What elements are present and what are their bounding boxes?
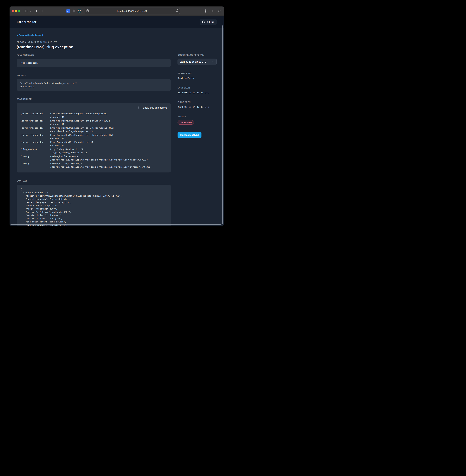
address-bar[interactable]: localhost:4000/dev/errors/1 — [85, 8, 180, 14]
stack-frame-location: /Users/crbelaus/Developer/error-tracker/… — [50, 165, 167, 169]
status-label: STATUS — [177, 115, 217, 118]
shield-extension-icon[interactable] — [72, 9, 75, 13]
stack-frame-app: (error_tracker_dev) — [21, 119, 48, 122]
stacktrace-section: STACKTRACE Show only app frames (error_t… — [17, 98, 171, 172]
stack-frame-function: ErrorTrackerDevWeb.Endpoint.maybe_except… — [50, 112, 167, 115]
mark-as-resolved-button[interactable]: Mark as resolved — [177, 132, 201, 138]
stack-frame-location: deps/plug/lib/plug/debugger.ex.136 — [50, 130, 167, 133]
stacktrace-card: Show only app frames (error_tracker_dev)… — [17, 103, 171, 172]
stack-frame-function: ErrorTrackerDevWeb.Endpoint.call (overri… — [50, 126, 167, 130]
stack-frame-function: ErrorTrackerDevWeb.Endpoint.call/2 — [50, 141, 167, 144]
first-seen-group: FIRST SEEN 2024-08-12 14:47:13 UTC — [177, 101, 217, 108]
reader-icon[interactable] — [86, 9, 89, 13]
stack-frame-function: Plug.Cowboy.Handler.init/2 — [50, 148, 167, 151]
stacktrace-label: STACKTRACE — [17, 98, 171, 100]
stack-frame-location: /Users/crbelaus/Developer/error-tracker/… — [50, 158, 167, 161]
full-message-label: FULL MESSAGE — [17, 54, 171, 56]
stack-frame-location: dev.exs.117 — [50, 137, 167, 140]
stack-frame-function: cowboy_stream_h.execute/3 — [50, 162, 167, 165]
first-seen-label: FIRST SEEN — [177, 101, 217, 103]
occurrence-label: OCCURRENCE (2 TOTAL) — [177, 54, 217, 56]
context-section: CONTEXT { "request.headers": { "accept":… — [17, 179, 171, 226]
github-icon — [202, 21, 205, 24]
source-location: dev.exs:141 — [20, 85, 167, 88]
first-seen-value: 2024-08-12 14:47:13 UTC — [177, 106, 217, 108]
stack-frame: (plug_cowboy) Plug.Cowboy.Handler.init/2… — [21, 148, 167, 154]
stack-frame-app: (error_tracker_dev) — [21, 133, 48, 137]
forward-icon[interactable] — [41, 9, 44, 13]
stack-frame-app: (error_tracker_dev) — [21, 141, 48, 144]
reload-icon[interactable] — [176, 9, 178, 13]
error-summary-sidebar: OCCURRENCE (2 TOTAL) 2024-08-12 15:20:13… — [177, 54, 217, 138]
stack-frame-location: dev.exs.117 — [50, 122, 167, 126]
source-label: SOURCE — [17, 74, 171, 77]
last-seen-label: LAST SEEN — [177, 87, 217, 89]
source-section: SOURCE ErrorTrackerDevWeb.Endpoint.maybe… — [17, 74, 171, 91]
stack-frame-app: (cowboy) — [21, 162, 48, 165]
github-button-label: GitHub — [207, 21, 214, 23]
full-message-value: Plug exception — [17, 59, 171, 67]
stack-frame: (cowboy) cowboy_handler.execute/2 /Users… — [21, 155, 167, 161]
stack-frame-location: lib/plug/cowboy/handler.ex.11 — [50, 151, 167, 154]
error-kind-label: ERROR KIND — [177, 72, 217, 75]
stack-frame-location: dev.exs.117 — [50, 144, 167, 147]
stack-frame: (error_tracker_dev) ErrorTrackerDevWeb.E… — [21, 141, 167, 147]
app-title: ErrorTracker — [17, 20, 36, 24]
context-code: { "request.headers": { "accept": "text/h… — [21, 188, 167, 226]
chevron-down-icon[interactable] — [29, 10, 32, 12]
bitwarden-extension-icon[interactable] — [66, 9, 70, 13]
main-content: « Back to the dashboard ERROR #1 @ 2024-… — [10, 28, 224, 226]
app-header: ErrorTracker GitHub — [10, 16, 224, 28]
chevron-down-icon — [212, 61, 214, 62]
stack-frame-app: (cowboy) — [21, 155, 48, 158]
stack-frame-function: cowboy_handler.execute/2 — [50, 155, 167, 158]
new-tab-icon[interactable] — [211, 9, 215, 13]
browser-window: localhost:4000/dev/errors/1 ErrorTracker — [10, 6, 224, 226]
error-details-column: FULL MESSAGE Plug exception SOURCE Error… — [17, 54, 171, 226]
full-message-section: FULL MESSAGE Plug exception — [17, 54, 171, 67]
context-card: { "request.headers": { "accept": "text/h… — [17, 185, 171, 226]
back-icon[interactable] — [35, 9, 38, 13]
minimize-window-button[interactable] — [15, 10, 17, 12]
zoom-window-button[interactable] — [18, 10, 20, 12]
tab-overview-icon[interactable] — [218, 9, 221, 13]
occurrence-selected-value: 2024-08-12 15:20:13 UTC — [180, 60, 206, 63]
stacktrace-filter: Show only app frames — [21, 106, 167, 109]
stack-frame-location: dev.exs.141 — [50, 115, 167, 119]
occurrence-select[interactable]: 2024-08-12 15:20:13 UTC — [177, 59, 217, 65]
error-kind-value: RuntimeError — [177, 77, 217, 79]
stack-frame-function: ErrorTrackerDevWeb.Endpoint.plug_builder… — [50, 119, 167, 122]
source-function: ErrorTrackerDevWeb.Endpoint.maybe_except… — [20, 82, 167, 85]
screen: localhost:4000/dev/errors/1 ErrorTracker — [0, 0, 233, 238]
occurrence-group: OCCURRENCE (2 TOTAL) 2024-08-12 15:20:13… — [177, 54, 217, 65]
error-kind-group: ERROR KIND RuntimeError — [177, 72, 217, 79]
stack-frames-list: (error_tracker_dev) ErrorTrackerDevWeb.E… — [21, 112, 167, 169]
show-only-app-frames-label: Show only app frames — [143, 106, 167, 109]
stack-frame: (error_tracker_dev) ErrorTrackerDevWeb.E… — [21, 133, 167, 140]
back-to-dashboard-link[interactable]: « Back to the dashboard — [17, 34, 43, 36]
last-seen-group: LAST SEEN 2024-08-12 15:20:13 UTC — [177, 87, 217, 94]
stack-frame: (error_tracker_dev) ErrorTrackerDevWeb.E… — [21, 112, 167, 119]
stack-frame: (cowboy) cowboy_stream_h.execute/3 /User… — [21, 162, 167, 169]
vertical-scrollbar[interactable] — [222, 25, 223, 224]
sidebar-toggle-icon[interactable] — [23, 9, 28, 13]
show-only-app-frames-checkbox[interactable] — [139, 106, 141, 109]
horizontal-scrollbar[interactable] — [10, 224, 221, 225]
github-button[interactable]: GitHub — [200, 19, 217, 25]
status-group: STATUS Unresolved — [177, 115, 217, 125]
stack-frame-app: (error_tracker_dev) — [21, 126, 48, 130]
page-title: (RuntimeError) Plug exception — [17, 45, 217, 49]
status-badge: Unresolved — [177, 120, 194, 125]
stack-frame-app: (plug_cowboy) — [21, 148, 48, 151]
stack-frame-app: (error_tracker_dev) — [21, 112, 48, 115]
close-window-button[interactable] — [12, 10, 14, 12]
downloads-icon[interactable] — [203, 9, 208, 13]
stack-frame: (error_tracker_dev) ErrorTrackerDevWeb.E… — [21, 119, 167, 126]
page-viewport: ErrorTracker GitHub « Back to the dashbo… — [10, 16, 224, 226]
error-meta: ERROR #1 @ 2024-08-12 15:20:13 UTC — [17, 41, 217, 43]
privacy-goggles-extension-icon[interactable] — [78, 9, 81, 13]
source-card: ErrorTrackerDevWeb.Endpoint.maybe_except… — [17, 79, 171, 91]
last-seen-value: 2024-08-12 15:20:13 UTC — [177, 91, 217, 94]
url-text: localhost:4000/dev/errors/1 — [89, 10, 176, 12]
traffic-lights — [12, 10, 20, 12]
